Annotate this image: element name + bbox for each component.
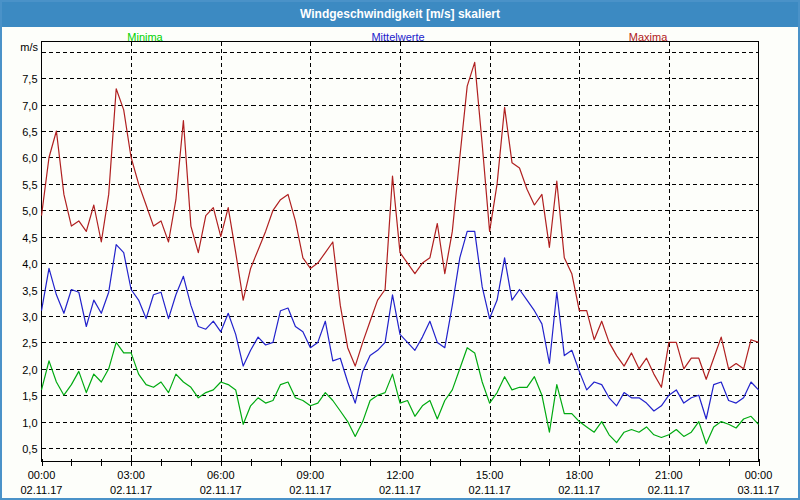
wind-chart-window: Windgeschwindigkeit [m/s] skaliert Minim…	[0, 0, 800, 500]
x-tick-date-label: 02.11.17	[469, 484, 511, 496]
x-tick-time-label: 15:00	[476, 469, 504, 481]
x-tick-time-label: 00:00	[28, 469, 56, 481]
y-axis-tick-label: 0,5	[22, 443, 37, 455]
x-tick-date-label: 02.11.17	[200, 484, 242, 496]
x-tick-time-label: 06:00	[207, 469, 235, 481]
x-tick-time-label: 18:00	[565, 469, 593, 481]
x-tick-date-label: 02.11.17	[379, 484, 421, 496]
y-axis-tick-label: 3,5	[22, 285, 37, 297]
x-tick-date-label: 02.11.17	[110, 484, 152, 496]
x-tick-time-label: 03:00	[117, 469, 145, 481]
x-tick-time-label: 21:00	[655, 469, 683, 481]
y-axis-tick-label: 2,5	[22, 337, 37, 349]
y-axis-tick-label: 5,0	[22, 205, 37, 217]
y-axis-tick-label: 7,0	[22, 100, 37, 112]
x-tick-date-label: 03.11.17	[737, 484, 779, 496]
x-tick-time-label: 12:00	[386, 469, 414, 481]
x-tick-time-label: 09:00	[297, 469, 325, 481]
y-axis-tick-label: 7,5	[22, 73, 37, 85]
x-tick-date-label: 02.11.17	[289, 484, 331, 496]
wind-speed-chart: 0,51,01,52,02,53,03,54,04,55,05,56,06,57…	[2, 2, 800, 500]
y-axis-tick-label: 2,0	[22, 364, 37, 376]
y-axis-tick-label: 5,5	[22, 179, 37, 191]
y-axis-tick-label: 1,5	[22, 390, 37, 402]
x-tick-date-label: 02.11.17	[648, 484, 690, 496]
y-axis-tick-label: 6,5	[22, 126, 37, 138]
y-axis-tick-label: 1,0	[22, 417, 37, 429]
y-axis-tick-label: 3,0	[22, 311, 37, 323]
x-tick-time-label: 00:00	[745, 469, 773, 481]
x-tick-date-label: 02.11.17	[558, 484, 600, 496]
x-tick-date-label: 02.11.17	[20, 484, 62, 496]
y-axis-tick-label: 4,0	[22, 258, 37, 270]
y-axis-tick-label: 6,0	[22, 152, 37, 164]
y-axis-tick-label: 4,5	[22, 232, 37, 244]
